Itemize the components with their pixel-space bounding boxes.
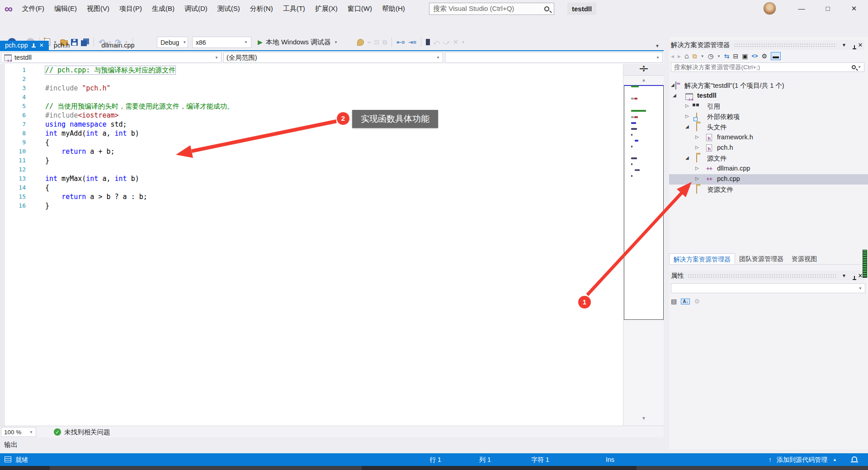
tree-item-header-files[interactable]: ◢头文件 [669, 122, 868, 133]
close-pane-icon[interactable]: ✕ [856, 42, 864, 48]
menu-view[interactable]: 视图(V) [82, 0, 114, 17]
close-tab-icon[interactable]: ✕ [39, 41, 44, 50]
pin-icon[interactable] [32, 43, 36, 48]
collapse-icon[interactable]: ◢ [673, 93, 676, 98]
tool-tab-team-explorer[interactable]: 团队资源管理器 [735, 253, 788, 264]
code-token: myMax( [57, 175, 86, 183]
expand-icon[interactable]: ▷ [685, 114, 689, 119]
scroll-up-icon[interactable]: ▲ [623, 77, 664, 82]
tab-pch-h[interactable]: pch.h [49, 41, 75, 50]
switch-views-icon[interactable]: ⧉ [693, 52, 697, 60]
line-number: 14 [0, 183, 26, 192]
properties-icon[interactable]: ⚙ [762, 52, 768, 60]
view-code-icon[interactable]: <> [752, 53, 758, 59]
tab-pch-cpp[interactable]: pch.cpp✕ [0, 41, 49, 50]
expand-icon[interactable]: ▷ [685, 103, 689, 108]
tree-item-solution[interactable]: ◢解决方案"testdll"(1 个项目/共 1 个) [669, 81, 868, 91]
quick-search-box[interactable]: 搜索 Visual Studio (Ctrl+Q) [429, 3, 554, 15]
tab-dllmain-cpp[interactable]: dllmain.cpp [96, 41, 139, 50]
health-check-icon[interactable]: ✓ [54, 428, 61, 436]
menu-window[interactable]: 窗口(W) [343, 0, 377, 17]
se-back-icon[interactable]: ◂ [671, 52, 674, 60]
status-insert-mode: Ins [606, 453, 614, 466]
expand-icon[interactable]: ▷ [695, 145, 699, 150]
notification-bell-icon[interactable] [852, 456, 857, 461]
sync-with-active-document-icon[interactable]: ⇆ [724, 52, 730, 60]
show-all-files-icon[interactable]: ▣ [742, 52, 748, 60]
pane-options-icon[interactable]: ▼ [840, 273, 848, 278]
scroll-map-viewport[interactable] [624, 85, 664, 320]
pane-grip[interactable] [688, 274, 836, 278]
document-list-dropdown[interactable]: ▼ [655, 43, 660, 48]
menu-analyze[interactable]: 分析(N) [245, 0, 278, 17]
scroll-down-icon[interactable]: ▼ [623, 416, 664, 421]
tool-tab-solution-explorer[interactable]: 解决方案资源管理器 [669, 253, 735, 264]
account-avatar[interactable] [763, 2, 776, 15]
properties-object-combo[interactable]: ▼ [671, 283, 865, 293]
alphabetical-sort-icon[interactable]: A↓ [681, 299, 690, 304]
expand-icon[interactable]: ▷ [695, 176, 699, 181]
search-options-dropdown[interactable]: ▼ [858, 65, 861, 69]
editor-scroll-map[interactable]: ▲▼ ▲ ▼ [623, 64, 664, 426]
type-scope-combo[interactable]: (全局范围) ▼ [223, 52, 443, 63]
collapse-icon[interactable]: ◢ [685, 155, 689, 160]
taskbar-segment [637, 466, 868, 470]
editor-zoom-combo[interactable]: 100 % ▼ [1, 427, 36, 437]
project-scope-combo[interactable]: testdll ▼ [1, 52, 222, 63]
tree-item-dllmain-cpp[interactable]: ▷++dllmain.cpp [669, 164, 868, 174]
expand-icon[interactable]: ▷ [695, 134, 699, 139]
minimize-button[interactable]: — [788, 0, 815, 17]
menu-file[interactable]: 文件(F) [17, 0, 49, 17]
up-arrow-icon: ↑ [769, 453, 772, 466]
menu-debug[interactable]: 调试(D) [179, 0, 212, 17]
line-text: } [45, 201, 49, 210]
filter-dropdown[interactable]: ▼ [717, 54, 721, 58]
code-editor[interactable]: 1// pch.cpp: 与预编译标头对应的源文件23#include "pch… [0, 64, 623, 426]
preview-selected-items-toggle[interactable]: ▬ [771, 52, 781, 60]
maximize-button[interactable]: □ [815, 0, 841, 17]
code-token: int [86, 175, 98, 183]
collapse-icon[interactable]: ◢ [685, 124, 689, 129]
sol-file-icon [675, 81, 676, 90]
tree-item-references[interactable]: ▷引用 [669, 101, 868, 112]
tree-item-framework-h[interactable]: ▷framework.h [669, 133, 868, 143]
editor-splitter[interactable]: ▲▼ [623, 64, 664, 76]
tree-item-external-dependencies[interactable]: ▷外部依赖项 [669, 112, 868, 122]
tree-item-source-files[interactable]: ◢源文件 [669, 153, 868, 164]
menu-extensions[interactable]: 扩展(X) [310, 0, 343, 17]
menu-test[interactable]: 测试(S) [212, 0, 245, 17]
menu-project[interactable]: 项目(P) [114, 0, 147, 17]
pane-grip[interactable] [734, 43, 837, 47]
tool-tab-resource-view[interactable]: 资源视图 [788, 253, 821, 264]
scc-dropdown-icon[interactable]: ▲ [833, 453, 837, 466]
member-scope-combo[interactable]: ▼ [445, 52, 663, 63]
menu-build[interactable]: 生成(B) [147, 0, 179, 17]
menu-edit[interactable]: 编辑(E) [49, 0, 82, 17]
close-button[interactable]: ✕ [841, 0, 867, 17]
property-pages-icon[interactable]: ⚙ [694, 298, 700, 305]
tree-item-pch-h[interactable]: ▷pch.h [669, 143, 868, 153]
collapse-icon[interactable]: ◢ [671, 82, 675, 87]
categorized-view-icon[interactable]: ▤ [671, 298, 677, 305]
add-to-source-control-button[interactable]: 添加到源代码管理 [777, 453, 827, 466]
tree-item-pch-cpp[interactable]: ▷++pch.cpp [669, 174, 868, 185]
output-panel-title: 输出 [4, 441, 18, 449]
menu-help[interactable]: 帮助(H) [377, 0, 410, 17]
line-number: 10 [0, 147, 26, 156]
scroll-map-mark [631, 128, 637, 130]
expand-icon[interactable]: ▷ [695, 166, 699, 171]
collapse-all-icon[interactable]: ⊟ [733, 52, 739, 60]
tree-item-resource-files[interactable]: 资源文件 [669, 185, 868, 195]
pending-changes-filter-icon[interactable]: ◷ [708, 52, 713, 60]
solution-explorer-search[interactable]: 搜索解决方案资源管理器(Ctrl+;) ▼ [671, 62, 864, 72]
output-window-icon[interactable] [5, 456, 11, 462]
tree-item-label: 头文件 [707, 123, 727, 132]
home-icon[interactable]: ⌂ [684, 52, 689, 60]
tree-item-project-testdll[interactable]: ◢testdll [669, 91, 868, 101]
switch-views-dropdown[interactable]: ▼ [701, 54, 704, 58]
menu-tools[interactable]: 工具(T) [278, 0, 310, 17]
pane-options-icon[interactable]: ▼ [840, 43, 848, 47]
code-line: 15 return a > b ? a : b; [0, 192, 623, 201]
se-forward-icon[interactable]: ▸ [678, 52, 681, 60]
edge-scroll-indicator [863, 250, 867, 278]
